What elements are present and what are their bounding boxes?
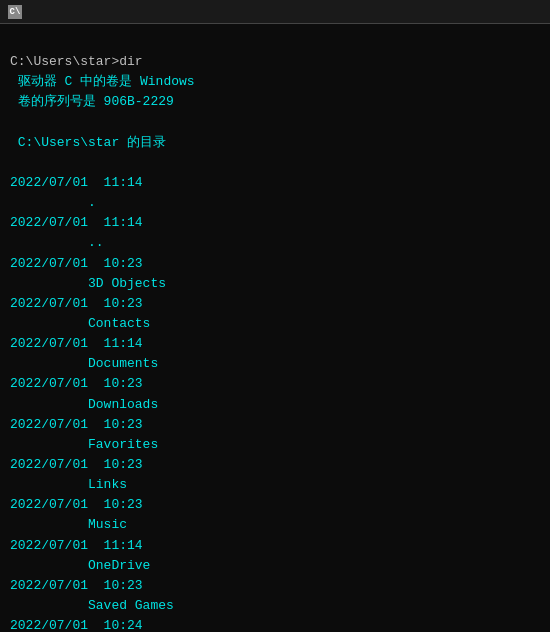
terminal-line: 驱动器 C 中的卷是 Windows xyxy=(10,72,540,92)
terminal-line: 卷的序列号是 906B-2229 xyxy=(10,92,540,112)
cmd-icon: C\ xyxy=(8,5,22,19)
terminal-line: 2022/07/01 10:23 Music xyxy=(10,495,540,535)
terminal-line: 2022/07/01 11:14 .. xyxy=(10,213,540,253)
terminal-line: 2022/07/01 10:23 3D Objects xyxy=(10,254,540,294)
terminal-window[interactable]: C:\Users\star>dir 驱动器 C 中的卷是 Windows 卷的序… xyxy=(0,24,550,632)
terminal-line: 2022/07/01 10:23 Downloads xyxy=(10,374,540,414)
terminal-line: 2022/07/01 10:23 Contacts xyxy=(10,294,540,334)
terminal-line: C:\Users\star 的目录 xyxy=(10,133,540,153)
terminal-line xyxy=(10,32,540,52)
terminal-line: 2022/07/01 10:23 Saved Games xyxy=(10,576,540,616)
title-bar: C\ xyxy=(0,0,550,24)
terminal-line: 2022/07/01 11:14 . xyxy=(10,173,540,213)
terminal-line: C:\Users\star>dir xyxy=(10,52,540,72)
terminal-line xyxy=(10,153,540,173)
terminal-line: 2022/07/01 11:14 Documents xyxy=(10,334,540,374)
terminal-line xyxy=(10,113,540,133)
terminal-line: 2022/07/01 10:23 Links xyxy=(10,455,540,495)
terminal-line: 2022/07/01 10:23 Favorites xyxy=(10,415,540,455)
terminal-content: C:\Users\star>dir 驱动器 C 中的卷是 Windows 卷的序… xyxy=(10,32,540,632)
terminal-line: 2022/07/01 11:14 OneDrive xyxy=(10,536,540,576)
terminal-line: 2022/07/01 10:24 Searches xyxy=(10,616,540,632)
